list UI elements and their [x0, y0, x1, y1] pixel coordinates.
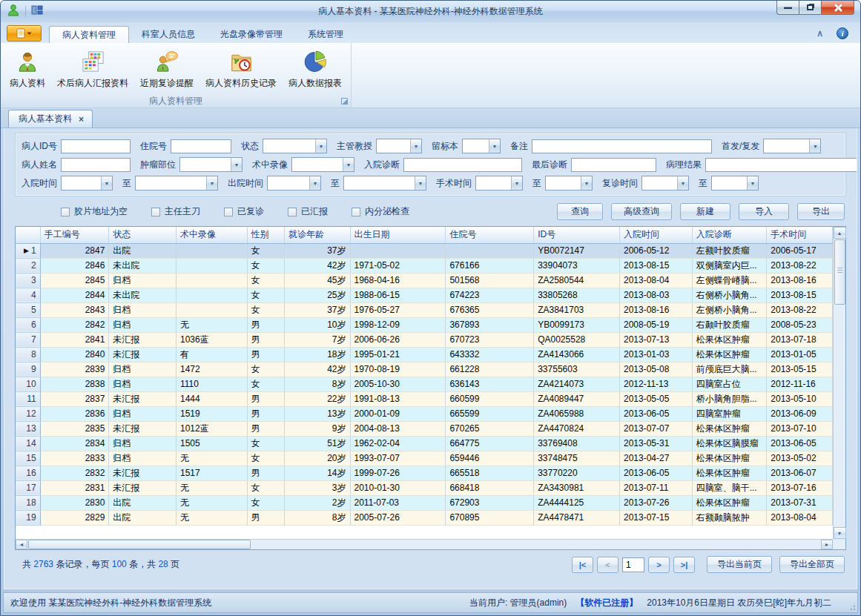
cell-status[interactable]: 归档 [109, 362, 177, 377]
cell-age-at-visit[interactable]: 13岁 [284, 406, 350, 421]
cell-gender[interactable]: 女 [247, 243, 284, 258]
column-header-status[interactable]: 状态 [109, 227, 177, 243]
cell-surgery-video[interactable]: 无 [176, 317, 247, 332]
cell-admission-diagnosis[interactable]: 右侧桥小脑角... [692, 288, 767, 302]
cell-manual-no[interactable]: 2835 [40, 421, 109, 436]
cell-age-at-visit[interactable]: 2岁 [284, 495, 350, 510]
cell-surgery-video[interactable]: 1036蓝 [176, 332, 247, 347]
cell-birth-date[interactable]: 1991-08-13 [350, 391, 446, 406]
cell-id-no[interactable]: ZA3841703 [534, 302, 620, 317]
tab-patient-data-management[interactable]: 病人资料管理 [49, 26, 129, 43]
table-row[interactable]: 52843归档女37岁1976-05-27676365ZA38417032013… [16, 302, 833, 317]
query-button[interactable]: 查询 [557, 203, 603, 220]
cell-age-at-visit[interactable]: 14岁 [284, 466, 350, 480]
cell-birth-date[interactable]: 1971-05-02 [350, 258, 446, 273]
cell-gender[interactable]: 女 [247, 495, 284, 510]
ribbon-button-revisit-reminder[interactable]: 近期复诊提醒 [134, 46, 199, 95]
cell-inpatient-no[interactable]: 670895 [446, 510, 534, 525]
cell-admission-diagnosis[interactable]: 松果体区肿瘤 [692, 421, 767, 436]
checkbox-chief-surgeon[interactable]: 主任主刀 [151, 205, 200, 218]
cell-id-no[interactable]: ZA4444125 [534, 495, 620, 510]
dropdown-arrow-icon[interactable]: ▼ [231, 158, 242, 171]
row-selector[interactable]: 2 [16, 258, 40, 273]
scroll-right-icon[interactable]: ► [821, 540, 833, 549]
horizontal-scrollbar-thumb[interactable] [28, 540, 251, 549]
cell-age-at-visit[interactable]: 20岁 [284, 451, 350, 466]
cell-id-no[interactable]: 33770220 [534, 466, 620, 480]
doc-tab-close-icon[interactable]: × [79, 115, 84, 124]
cell-inpatient-no[interactable]: 665518 [446, 466, 534, 480]
cell-birth-date[interactable]: 2005-07-26 [350, 510, 446, 525]
row-selector[interactable]: 10 [16, 377, 40, 391]
doc-tab-patient-basic-info[interactable]: 病人基本资料 × [8, 110, 93, 127]
cell-manual-no[interactable]: 2845 [40, 273, 109, 288]
cell-age-at-visit[interactable]: 8岁 [284, 510, 350, 525]
cell-surgery-video[interactable] [176, 288, 247, 302]
cell-id-no[interactable]: ZA4478471 [534, 510, 620, 525]
dropdown-arrow-icon[interactable]: ▼ [489, 139, 500, 153]
cell-status[interactable]: 归档 [109, 317, 177, 332]
row-selector[interactable]: 4 [16, 288, 40, 302]
export-current-page-button[interactable]: 导出当前页 [707, 556, 772, 573]
table-row[interactable]: 102838归档1110女8岁2005-10-30636143ZA4214073… [16, 377, 833, 391]
filter-input-patient-name[interactable] [61, 158, 131, 172]
row-selector[interactable]: 5 [16, 302, 40, 317]
filter-input-remark[interactable] [532, 139, 712, 153]
dropdown-arrow-icon[interactable]: ▼ [747, 176, 758, 190]
cell-id-no[interactable]: 33904073 [534, 258, 620, 273]
cell-inpatient-no[interactable]: 660599 [446, 391, 534, 406]
cell-birth-date[interactable]: 1993-07-07 [350, 451, 446, 466]
cell-admission-date[interactable]: 2013-05-31 [619, 436, 692, 451]
cell-birth-date[interactable]: 2011-07-03 [350, 495, 446, 510]
cell-id-no[interactable]: ZA4214073 [534, 377, 620, 391]
cell-surgery-video[interactable]: 1472 [176, 362, 247, 377]
row-selector[interactable]: 12 [16, 406, 40, 421]
checkbox-film-address-empty[interactable]: 胶片地址为空 [61, 205, 128, 218]
checkbox-revisited[interactable]: 已复诊 [224, 205, 264, 218]
cell-inpatient-no[interactable]: 668418 [446, 480, 534, 495]
cell-surgery-video[interactable]: 1505 [176, 436, 247, 451]
cell-surgery-video[interactable]: 1517 [176, 466, 247, 480]
cell-manual-no[interactable]: 2842 [40, 317, 109, 332]
cell-manual-no[interactable]: 2829 [40, 510, 109, 525]
cell-surgery-video[interactable]: 1444 [176, 391, 247, 406]
table-row[interactable]: 162832未汇报1517男14岁1999-07-266655183377022… [16, 466, 833, 480]
column-header-age-at-visit[interactable]: 就诊年龄 [284, 227, 350, 243]
cell-birth-date[interactable]: 1988-06-15 [350, 288, 446, 302]
cell-id-no[interactable]: ZA4089447 [534, 391, 620, 406]
cell-gender[interactable]: 男 [247, 317, 284, 332]
status-registered-badge[interactable]: 【软件已注册】 [575, 597, 638, 609]
page-number-input[interactable] [622, 557, 644, 572]
cell-admission-date[interactable]: 2013-08-15 [619, 258, 692, 273]
cell-surgery-date[interactable]: 2013-08-16 [767, 273, 833, 288]
cell-birth-date[interactable] [350, 243, 446, 258]
cell-inpatient-no[interactable]: 643332 [446, 347, 534, 362]
table-row[interactable]: 142834归档1505女51岁1962-02-0466477533769408… [16, 436, 833, 451]
cell-admission-diagnosis[interactable]: 四脑室占位 [692, 377, 767, 391]
cell-admission-date[interactable]: 2013-01-03 [619, 347, 692, 362]
cell-birth-date[interactable]: 1976-05-27 [350, 302, 446, 317]
ribbon-button-history-records[interactable]: 病人资料历史记录 [199, 46, 283, 95]
cell-status[interactable]: 出院 [109, 510, 177, 525]
ribbon-button-data-report[interactable]: 病人数据报表 [283, 46, 348, 95]
cell-admission-date[interactable]: 2013-07-26 [619, 495, 692, 510]
cell-birth-date[interactable]: 1968-04-16 [350, 273, 446, 288]
column-header-admission-date[interactable]: 入院时间 [619, 227, 692, 243]
cell-id-no[interactable]: YB0099173 [534, 317, 620, 332]
cell-status[interactable]: 归档 [109, 451, 177, 466]
cell-id-no[interactable]: YB0072147 [534, 243, 620, 258]
cell-age-at-visit[interactable]: 9岁 [284, 421, 350, 436]
tab-disc-video-management[interactable]: 光盘录像带管理 [208, 26, 295, 43]
table-row[interactable]: 32845归档女45岁1968-04-16501568ZA25805442013… [16, 273, 833, 288]
cell-gender[interactable]: 女 [247, 258, 284, 273]
cell-surgery-video[interactable]: 无 [176, 451, 247, 466]
last-page-button[interactable]: >| [673, 557, 695, 573]
cell-surgery-date[interactable]: 2013-07-18 [767, 332, 833, 347]
cell-status[interactable]: 归档 [109, 377, 177, 391]
cell-manual-no[interactable]: 2846 [40, 258, 109, 273]
cell-admission-diagnosis[interactable]: 右颞叶胶质瘤 [692, 317, 767, 332]
cell-admission-date[interactable]: 2013-08-16 [619, 302, 692, 317]
cell-surgery-video[interactable] [176, 302, 247, 317]
table-row[interactable]: 182830出院无女2岁2011-07-03672903ZA4444125201… [16, 495, 833, 510]
row-selector[interactable]: 15 [16, 451, 40, 466]
